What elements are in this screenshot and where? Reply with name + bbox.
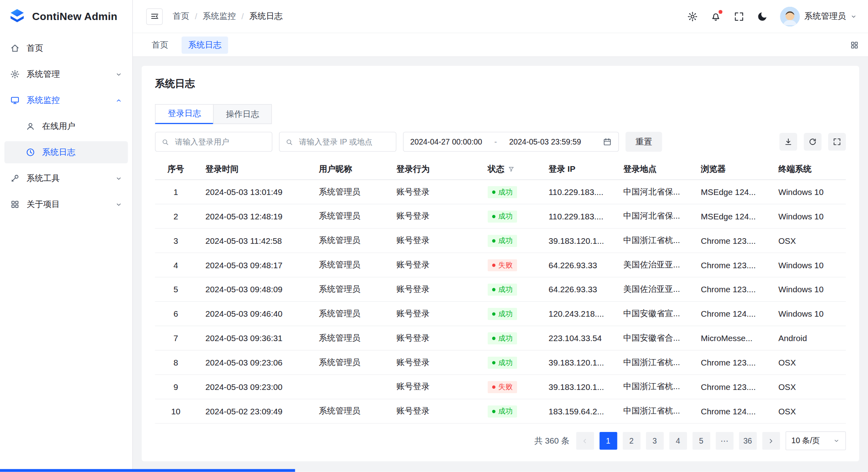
chevron-down-icon	[850, 13, 857, 20]
table-row[interactable]: 5 2024-05-03 09:48:09 系统管理员 账号登录 成功 64.2…	[155, 277, 846, 302]
table-row[interactable]: 6 2024-05-03 09:46:40 系统管理员 账号登录 成功 120.…	[155, 302, 846, 326]
status-badge: 成功	[488, 210, 517, 222]
notifications-button[interactable]	[710, 11, 722, 22]
export-button[interactable]	[780, 133, 797, 151]
cell-index: 5	[155, 285, 196, 294]
date-range-end: 2024-05-03 23:59:59	[509, 137, 581, 146]
cell-behavior: 账号登录	[387, 382, 479, 392]
pagination-page-button[interactable]: 4	[669, 432, 687, 450]
tab-actions-grid-icon[interactable]	[850, 40, 859, 50]
pagination-page-button[interactable]: 2	[623, 432, 640, 450]
cell-status: 成功	[479, 356, 540, 368]
breadcrumb-item-home[interactable]: 首页	[173, 11, 189, 22]
cell-behavior: 账号登录	[387, 333, 479, 343]
user-menu[interactable]: 系统管理员	[780, 6, 857, 26]
cell-behavior: 账号登录	[387, 308, 479, 319]
cell-nickname: 系统管理员	[310, 284, 388, 295]
status-dot-icon	[492, 288, 495, 291]
sidebar-item-label: 系统管理	[26, 69, 60, 79]
sidebar-item-system-logs[interactable]: 系统日志	[4, 141, 128, 163]
page-size-select[interactable]: 10 条/页	[785, 432, 846, 450]
cell-ip: 183.159.64.2...	[540, 406, 615, 416]
cell-os: OSX	[770, 236, 846, 245]
cell-nickname: 系统管理员	[310, 211, 388, 221]
view-tab-home[interactable]: 首页	[145, 36, 175, 54]
cell-time: 2024-05-03 09:23:00	[196, 382, 310, 392]
cell-status: 成功	[479, 405, 540, 417]
pagination-pages: 1 2 3 4 5	[599, 432, 710, 450]
cell-location: 美国佐治亚亚...	[614, 284, 692, 295]
settings-button[interactable]	[687, 11, 698, 22]
table-fullscreen-button[interactable]	[828, 133, 846, 151]
sidebar-item-system-management[interactable]: 系统管理	[4, 63, 128, 85]
login-user-search[interactable]	[155, 132, 272, 152]
table-row[interactable]: 1 2024-05-03 13:01:49 系统管理员 账号登录 成功 110.…	[155, 180, 846, 205]
table-row[interactable]: 10 2024-05-02 23:09:49 系统管理员 账号登录 成功 183…	[155, 399, 846, 424]
breadcrumb-item-monitor[interactable]: 系统监控	[203, 11, 236, 22]
clock-icon	[26, 147, 36, 157]
sidebar-item-system-tools[interactable]: 系统工具	[4, 167, 128, 189]
table-row[interactable]: 9 2024-05-03 09:23:00 账号登录 失败 39.183.120…	[155, 375, 846, 399]
pagination-page-button[interactable]: 5	[692, 432, 710, 450]
pagination-next-button[interactable]	[762, 432, 780, 450]
login-user-input[interactable]	[174, 137, 266, 147]
date-range-picker[interactable]: 2024-04-27 00:00:00 - 2024-05-03 23:59:5…	[403, 132, 619, 152]
pagination-prev-button[interactable]	[576, 432, 594, 450]
cell-status: 失败	[479, 259, 540, 271]
dark-mode-toggle[interactable]	[757, 11, 768, 22]
view-tab-system-logs[interactable]: 系统日志	[182, 36, 228, 54]
cell-time: 2024-05-03 09:46:40	[196, 309, 310, 319]
cell-ip: 64.226.93.33	[540, 285, 615, 294]
pagination-page-button[interactable]: 1	[599, 432, 617, 450]
cell-behavior: 账号登录	[387, 357, 479, 368]
status-badge: 成功	[488, 283, 517, 295]
cell-time: 2024-05-03 09:23:06	[196, 358, 310, 368]
cell-nickname: 系统管理员	[310, 333, 388, 343]
refresh-button[interactable]	[804, 133, 822, 151]
table-row[interactable]: 4 2024-05-03 09:48:17 系统管理员 账号登录 失败 64.2…	[155, 253, 846, 277]
pagination-more-button[interactable]: ⋯	[716, 432, 733, 450]
cell-os: Windows 10	[770, 260, 846, 270]
sidebar: ContiNew Admin 首页 系统管理 系统监控 在线用户	[0, 0, 133, 472]
cell-location: 中国浙江省杭...	[614, 235, 692, 246]
filter-funnel-icon[interactable]	[507, 165, 515, 173]
fullscreen-button[interactable]	[734, 11, 745, 22]
sidebar-item-system-monitor[interactable]: 系统监控	[4, 89, 128, 111]
gear-icon	[687, 11, 698, 22]
status-dot-icon	[492, 215, 495, 218]
sidebar-item-about-project[interactable]: 关于项目	[4, 193, 128, 215]
reset-button[interactable]: 重置	[625, 132, 662, 152]
sidebar-collapse-button[interactable]	[146, 8, 162, 24]
tab-login-logs[interactable]: 登录日志	[155, 104, 214, 124]
cell-status: 成功	[479, 283, 540, 295]
logo-icon	[8, 7, 26, 26]
pagination-last-page-button[interactable]: 36	[739, 432, 756, 450]
table-row[interactable]: 7 2024-05-03 09:36:31 系统管理员 账号登录 成功 223.…	[155, 326, 846, 351]
cell-time: 2024-05-03 13:01:49	[196, 187, 310, 197]
view-tabs-bar: 首页 系统日志	[133, 33, 868, 57]
breadcrumb: 首页 / 系统监控 / 系统日志	[173, 11, 283, 22]
pagination-page-button[interactable]: 3	[646, 432, 664, 450]
cell-status: 成功	[479, 210, 540, 222]
table-row[interactable]: 2 2024-05-03 12:48:19 系统管理员 账号登录 成功 110.…	[155, 204, 846, 229]
cell-nickname: 系统管理员	[310, 406, 388, 416]
cell-behavior: 账号登录	[387, 284, 479, 295]
sidebar-item-online-users[interactable]: 在线用户	[4, 115, 128, 137]
table-row[interactable]: 8 2024-05-03 09:23:06 系统管理员 账号登录 成功 39.1…	[155, 351, 846, 375]
user-name: 系统管理员	[804, 11, 846, 22]
login-ip-input[interactable]	[298, 137, 390, 147]
cell-nickname: 系统管理员	[310, 187, 388, 197]
cell-time: 2024-05-03 09:48:17	[196, 260, 310, 270]
cell-location: 中国安徽省宣...	[614, 308, 692, 319]
breadcrumb-separator: /	[241, 12, 244, 21]
sidebar-item-home[interactable]: 首页	[4, 37, 128, 59]
horizontal-scrollbar-thumb[interactable]	[0, 469, 295, 472]
table-row[interactable]: 3 2024-05-03 11:42:58 系统管理员 账号登录 成功 39.1…	[155, 229, 846, 253]
column-header-browser: 浏览器	[692, 164, 770, 174]
tab-operation-logs[interactable]: 操作日志	[213, 104, 272, 124]
app-logo[interactable]: ContiNew Admin	[0, 0, 132, 33]
cell-status: 成功	[479, 307, 540, 319]
chevron-up-icon	[115, 96, 122, 104]
login-ip-search[interactable]	[279, 132, 396, 152]
system-logs-card: 系统日志 登录日志 操作日志 2024-04-27 00:00:00 - 202…	[142, 66, 859, 462]
